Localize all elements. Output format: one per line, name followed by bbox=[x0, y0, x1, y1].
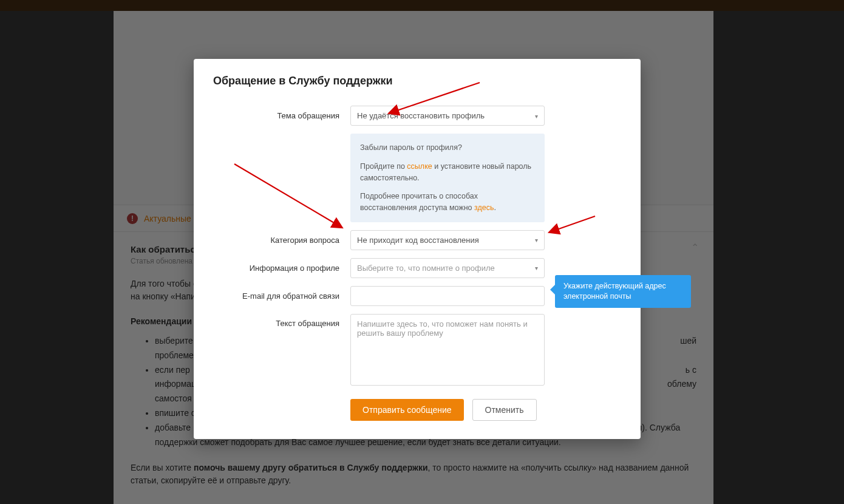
hint-link-2[interactable]: здесь bbox=[474, 203, 494, 212]
select-profile-info-value: Выберите то, что помните о профиле bbox=[357, 264, 495, 273]
select-topic-value: Не удаётся восстановить профиль bbox=[357, 111, 485, 120]
hint-forgot: Забыли пароль от профиля? bbox=[360, 142, 535, 154]
select-profile-info[interactable]: Выберите то, что помните о профиле ▾ bbox=[350, 258, 545, 278]
modal-actions: Отправить сообщение Отменить bbox=[213, 399, 621, 421]
email-tooltip: Укажите действующий адрес электронной по… bbox=[555, 275, 691, 308]
label-category: Категория вопроса bbox=[213, 236, 350, 245]
select-category[interactable]: Не приходит код восстановления ▾ bbox=[350, 230, 545, 250]
row-topic: Тема обращения Не удаётся восстановить п… bbox=[213, 106, 621, 126]
chevron-down-icon: ▾ bbox=[535, 237, 538, 243]
label-email: E-mail для обратной связи bbox=[213, 291, 350, 301]
hint-more-paragraph: Подробнее прочитать о способах восстанов… bbox=[360, 191, 535, 214]
hint-link-1[interactable]: ссылке bbox=[407, 162, 432, 171]
hint-link-paragraph: Пройдите по ссылке и установите новый па… bbox=[360, 161, 535, 184]
row-hint: Забыли пароль от профиля? Пройдите по сс… bbox=[213, 134, 621, 222]
select-category-value: Не приходит код восстановления bbox=[357, 236, 479, 245]
row-text: Текст обращения bbox=[213, 314, 621, 386]
hint-box: Забыли пароль от профиля? Пройдите по сс… bbox=[350, 134, 545, 222]
select-topic[interactable]: Не удаётся восстановить профиль ▾ bbox=[350, 106, 545, 126]
label-text: Текст обращения bbox=[213, 314, 350, 328]
row-category: Категория вопроса Не приходит код восста… bbox=[213, 230, 621, 250]
cancel-button[interactable]: Отменить bbox=[472, 399, 537, 421]
chevron-down-icon: ▾ bbox=[535, 265, 538, 271]
modal-title: Обращение в Службу поддержки bbox=[213, 75, 621, 87]
label-topic: Тема обращения bbox=[213, 111, 350, 120]
support-modal: Обращение в Службу поддержки Тема обраще… bbox=[194, 59, 641, 439]
label-profile-info: Информация о профиле bbox=[213, 264, 350, 273]
chevron-down-icon: ▾ bbox=[535, 112, 538, 119]
email-field[interactable] bbox=[350, 286, 545, 306]
message-textarea[interactable] bbox=[350, 314, 545, 386]
submit-button[interactable]: Отправить сообщение bbox=[350, 399, 464, 421]
